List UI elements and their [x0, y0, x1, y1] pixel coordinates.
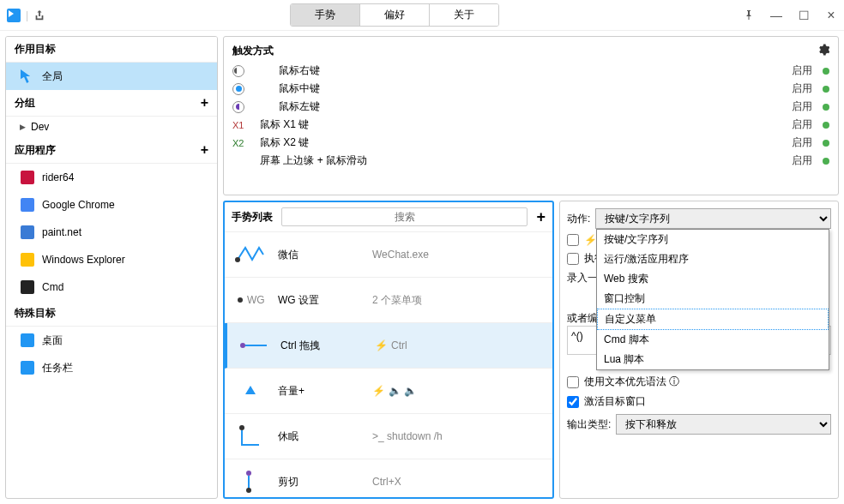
- gesture-name: 音量+: [278, 384, 364, 399]
- gesture-shape-icon: WG: [232, 286, 269, 314]
- explorer-icon: [20, 252, 35, 267]
- group-label: Dev: [31, 121, 49, 133]
- desktop-icon: [20, 333, 35, 348]
- sidebar-item-global[interactable]: 全局: [6, 63, 217, 90]
- text-first-checkbox[interactable]: [567, 376, 579, 388]
- cb1[interactable]: [567, 234, 579, 246]
- gesture-sub: ⚡🔈 🔈: [372, 385, 417, 397]
- gesture-name: 微信: [278, 248, 364, 262]
- trigger-row[interactable]: X1鼠标 X1 键启用: [224, 116, 838, 134]
- bottom-split: 手势列表 + 微信WeChat.exeWGWG 设置2 个菜单项Ctrl 拖拽⚡…: [223, 201, 839, 499]
- trigger-status: 启用: [792, 63, 812, 78]
- tab-gesture[interactable]: 手势: [291, 4, 360, 26]
- dropdown-option[interactable]: Lua 脚本: [597, 350, 829, 369]
- app-icon: [7, 9, 21, 22]
- trigger-row[interactable]: 鼠标右键启用: [224, 62, 838, 80]
- text-first-row: 使用文本优先语法 ⓘ: [567, 375, 831, 389]
- dropdown-option[interactable]: 窗口控制: [597, 289, 829, 309]
- app-label: Google Chrome: [42, 199, 115, 211]
- paint-icon: [20, 225, 35, 240]
- titlebar: | 手势 偏好 关于 — ☐ ×: [0, 0, 844, 31]
- groups-header: 分组 +: [6, 90, 217, 117]
- status-dot-icon: [823, 158, 829, 165]
- trigger-row[interactable]: 鼠标左键启用: [224, 98, 838, 116]
- gesture-row[interactable]: Ctrl 拖拽⚡Ctrl: [225, 323, 552, 369]
- dropdown-option[interactable]: 自定义菜单: [597, 309, 829, 330]
- activate-checkbox[interactable]: [567, 396, 579, 408]
- dropdown-option[interactable]: 按键/文字序列: [597, 230, 829, 249]
- gesture-name: Ctrl 拖拽: [280, 339, 366, 353]
- minimize-button[interactable]: —: [770, 9, 782, 21]
- lightning-icon: ⚡: [584, 234, 597, 246]
- trigger-row[interactable]: 屏幕 上边缘 + 鼠标滑动启用: [224, 152, 838, 170]
- gesture-sub: 2 个菜单项: [372, 293, 422, 308]
- top-tabs: 手势 偏好 关于: [45, 3, 743, 27]
- tab-about[interactable]: 关于: [430, 4, 498, 26]
- gesture-sub: ⚡Ctrl: [375, 339, 407, 351]
- sidebar-app-explorer[interactable]: Windows Explorer: [6, 246, 217, 273]
- sidebar-app-chrome[interactable]: Google Chrome: [6, 191, 217, 219]
- add-group-button[interactable]: +: [201, 95, 208, 111]
- lightning-icon: ⚡: [375, 339, 388, 351]
- gesture-list-header: 手势列表 +: [225, 202, 552, 232]
- window-controls: — ☐ ×: [743, 9, 837, 21]
- search-input[interactable]: [281, 207, 528, 226]
- svg-text:WG: WG: [247, 294, 265, 306]
- sidebar-special-desktop[interactable]: 桌面: [6, 327, 217, 354]
- gesture-shape-icon: [232, 377, 269, 405]
- trigger-status: 启用: [792, 153, 812, 168]
- rider-icon: [20, 170, 35, 185]
- svg-point-1: [238, 297, 243, 303]
- gesture-row[interactable]: 剪切Ctrl+X: [225, 459, 552, 497]
- gesture-row[interactable]: WGWG 设置2 个菜单项: [225, 278, 552, 323]
- status-dot-icon: [823, 86, 829, 93]
- taskbar-icon: [20, 360, 35, 375]
- gesture-name: 休眠: [278, 429, 364, 444]
- svg-marker-5: [245, 386, 256, 394]
- svg-point-6: [239, 425, 244, 430]
- close-button[interactable]: ×: [825, 9, 837, 21]
- svg-point-7: [246, 471, 251, 476]
- activate-row: 激活目标窗口: [567, 394, 831, 409]
- app-label: Windows Explorer: [42, 254, 125, 266]
- gesture-list[interactable]: 微信WeChat.exeWGWG 设置2 个菜单项Ctrl 拖拽⚡Ctrl音量+…: [225, 232, 552, 497]
- action-type-dropdown[interactable]: 按键/文字序列运行/激活应用程序Web 搜索窗口控制自定义菜单Cmd 脚本Lua…: [596, 229, 829, 370]
- gesture-name: 剪切: [278, 475, 364, 489]
- lightning-icon: ⚡: [372, 385, 385, 397]
- trigger-row[interactable]: 鼠标中键启用: [224, 80, 838, 98]
- gesture-row[interactable]: 音量+⚡🔈 🔈: [225, 369, 552, 414]
- maximize-button[interactable]: ☐: [798, 9, 810, 21]
- action-label: 动作:: [567, 212, 590, 226]
- action-type-select[interactable]: 按键/文字序列: [595, 208, 831, 229]
- dropdown-option[interactable]: Cmd 脚本: [597, 330, 829, 350]
- gesture-row[interactable]: 微信WeChat.exe: [225, 232, 552, 278]
- add-app-button[interactable]: +: [201, 142, 208, 158]
- status-dot-icon: [823, 104, 829, 111]
- sidebar-app-cmd[interactable]: Cmd: [6, 273, 217, 301]
- trigger-status: 启用: [792, 117, 812, 132]
- tab-preferences[interactable]: 偏好: [360, 4, 430, 26]
- chrome-icon: [20, 197, 35, 213]
- sidebar-group-dev[interactable]: ▶ Dev: [6, 117, 217, 137]
- gesture-shape-icon: [232, 423, 269, 450]
- share-icon[interactable]: [33, 9, 45, 21]
- sidebar-app-paint[interactable]: paint.net: [6, 219, 217, 246]
- main-area: 作用目标 全局 分组 + ▶ Dev 应用程序 + rider64Google …: [0, 31, 844, 504]
- dropdown-option[interactable]: 运行/激活应用程序: [597, 249, 829, 269]
- trigger-header: 触发方式: [224, 40, 838, 62]
- trigger-name: 鼠标左键: [279, 99, 785, 114]
- sidebar-special-taskbar[interactable]: 任务栏: [6, 354, 217, 381]
- add-gesture-button[interactable]: +: [536, 208, 546, 226]
- cb2[interactable]: [567, 253, 579, 265]
- dropdown-option[interactable]: Web 搜索: [597, 269, 829, 289]
- output-type-select[interactable]: 按下和释放: [616, 414, 831, 435]
- pin-icon[interactable]: [743, 9, 755, 21]
- cursor-icon: [20, 69, 35, 84]
- sidebar-app-rider[interactable]: rider64: [6, 164, 217, 191]
- gear-icon[interactable]: [817, 44, 829, 58]
- trigger-name: 鼠标右键: [279, 63, 785, 78]
- gesture-row[interactable]: 休眠>_ shutdown /h: [225, 414, 552, 459]
- gesture-shape-icon: [232, 468, 269, 495]
- sidebar-label: 全局: [42, 69, 63, 84]
- trigger-row[interactable]: X2鼠标 X2 键启用: [224, 134, 838, 152]
